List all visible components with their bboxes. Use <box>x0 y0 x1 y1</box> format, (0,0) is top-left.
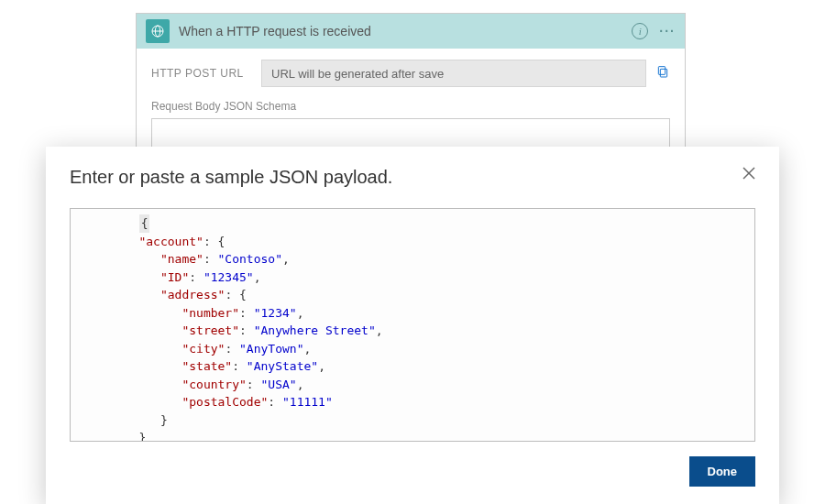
schema-label: Request Body JSON Schema <box>151 100 670 113</box>
svg-rect-4 <box>658 67 665 75</box>
sample-json-modal: Enter or paste a sample JSON payload. { … <box>46 147 779 504</box>
url-label: HTTP POST URL <box>151 67 261 80</box>
info-icon[interactable]: i <box>632 23 648 39</box>
http-globe-icon <box>146 19 170 43</box>
json-payload-editor[interactable]: { "account": { "name": "Contoso", "ID": … <box>70 208 755 442</box>
modal-title: Enter or paste a sample JSON payload. <box>70 167 392 188</box>
more-icon[interactable]: ··· <box>659 24 676 38</box>
url-readonly-box: URL will be generated after save <box>261 60 646 87</box>
close-icon[interactable] <box>742 167 755 183</box>
trigger-header[interactable]: When a HTTP request is received i ··· <box>137 14 685 49</box>
trigger-title: When a HTTP request is received <box>179 24 632 38</box>
copy-icon[interactable] <box>655 64 670 82</box>
svg-rect-3 <box>660 69 666 77</box>
done-button[interactable]: Done <box>689 456 756 487</box>
